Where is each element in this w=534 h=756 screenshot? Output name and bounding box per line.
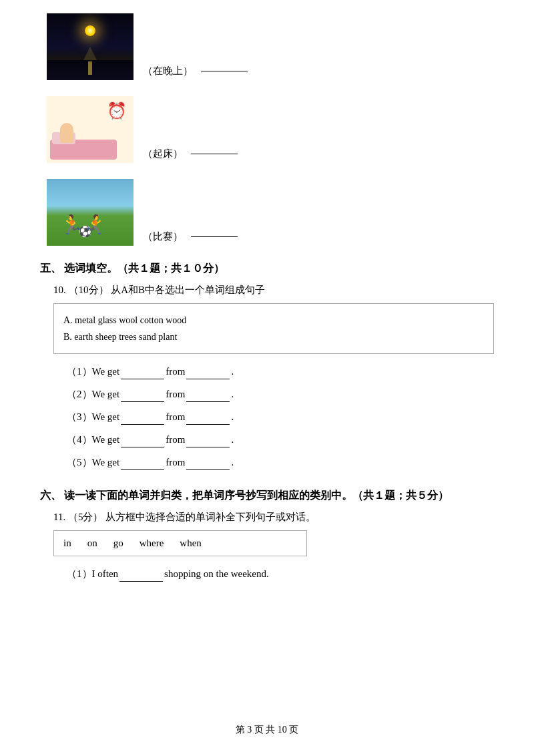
water-reflection: [47, 60, 134, 80]
night-blank: [201, 71, 248, 71]
image-row-match: 🏃 ⚽ 🏃 （比赛）: [47, 179, 494, 246]
fill-blank-2a: [121, 401, 164, 402]
image-match: 🏃 ⚽ 🏃: [47, 179, 134, 246]
word-when: when: [180, 538, 202, 549]
image-row-night: （在晚上）: [47, 13, 494, 80]
fill-item-11-1-suffix: shopping on the weekend.: [164, 568, 269, 579]
page-footer: 第 3 页 共 10 页: [0, 724, 534, 736]
image-row-getup: ⏰ （起床）: [47, 96, 494, 163]
fill-item-4-from: from: [166, 434, 185, 445]
fill-blank-1b: [186, 379, 230, 379]
image-night: [47, 13, 134, 80]
night-label-text: （在晚上）: [143, 65, 193, 77]
fill-blank-3b: [186, 424, 230, 425]
word-where: where: [140, 538, 164, 549]
section6-question-text: 从方框中选择合适的单词补全下列句子或对话。: [105, 512, 316, 522]
fill-item-5-from: from: [166, 457, 185, 467]
fill-blank-1a: [121, 379, 164, 379]
word-box-line-a: A. metal glass wool cotton wood: [63, 312, 484, 329]
match-label: （比赛）: [143, 230, 238, 246]
getup-blank: [191, 154, 238, 154]
page-number-text: 第 3 页 共 10 页: [236, 725, 299, 735]
fill-item-2-from: from: [166, 389, 185, 399]
fill-item-1-from: from: [166, 366, 185, 377]
fill-blank-5b: [186, 469, 230, 470]
fill-item-5-num: （5）We get: [67, 457, 119, 467]
alarm-icon: ⏰: [107, 102, 127, 120]
fill-blank-3a: [121, 424, 164, 425]
player2-icon: 🏃: [83, 214, 107, 236]
getup-label: （起床）: [143, 148, 238, 163]
fill-item-3-from: from: [166, 411, 185, 422]
fill-item-5: （5）We getfrom.: [67, 454, 494, 470]
fill-blank-4b: [186, 447, 230, 447]
fill-item-2: （2）We getfrom.: [67, 386, 494, 402]
fill-item-3: （3）We getfrom.: [67, 409, 494, 425]
night-label: （在晚上）: [143, 65, 248, 80]
fill-item-4: （4）We getfrom.: [67, 431, 494, 447]
fill-item-11-1: （1）I oftenshopping on the weekend.: [67, 566, 494, 582]
fill-item-4-num: （4）We get: [67, 434, 119, 445]
fill-blank-4a: [121, 447, 164, 447]
word-go: go: [113, 538, 123, 549]
section6-question-header: 11. （5分） 从方框中选择合适的单词补全下列句子或对话。: [53, 511, 494, 524]
section6-question-number: 11.: [53, 512, 65, 522]
section5-title: 五、 选词填空。（共１题；共１０分）: [40, 262, 494, 276]
section6-question-score: （5分）: [68, 512, 103, 522]
word-box-section5: A. metal glass wool cotton wood B. earth…: [53, 303, 494, 354]
match-label-text: （比赛）: [143, 230, 183, 243]
fill-item-1-num: （1）We get: [67, 366, 119, 377]
reflection-line: [88, 61, 92, 75]
word-on: on: [87, 538, 97, 549]
section6-title: 六、 读一读下面的单词并归类，把单词序号抄写到相应的类别中。（共１题；共５分）: [40, 489, 494, 503]
word-box-section6: in on go where when: [53, 530, 307, 556]
getup-label-text: （起床）: [143, 148, 183, 160]
word-box-line-b: B. earth sheep trees sand plant: [63, 329, 484, 345]
fill-item-3-num: （3）We get: [67, 411, 119, 422]
fill-item-1: （1）We getfrom.: [67, 363, 494, 379]
fill-blank-5a: [121, 469, 164, 470]
match-blank: [191, 236, 238, 237]
person-icon: [60, 123, 73, 143]
section5-question-text: 从A和B中各选出一个单词组成句子: [111, 285, 265, 295]
section5-question-header: 10. （10分） 从A和B中各选出一个单词组成句子: [53, 284, 494, 297]
light-source-icon: [85, 25, 95, 36]
word-in: in: [63, 538, 71, 549]
image-getup: ⏰: [47, 96, 134, 163]
fill-item-2-num: （2）We get: [67, 389, 119, 399]
section5-question-score: （10分）: [69, 285, 109, 295]
fill-blank-2b: [186, 401, 230, 402]
section5-question-number: 10.: [53, 285, 66, 295]
fill-item-11-1-num: （1）I often: [67, 568, 118, 579]
fill-blank-11-1: [119, 581, 163, 582]
